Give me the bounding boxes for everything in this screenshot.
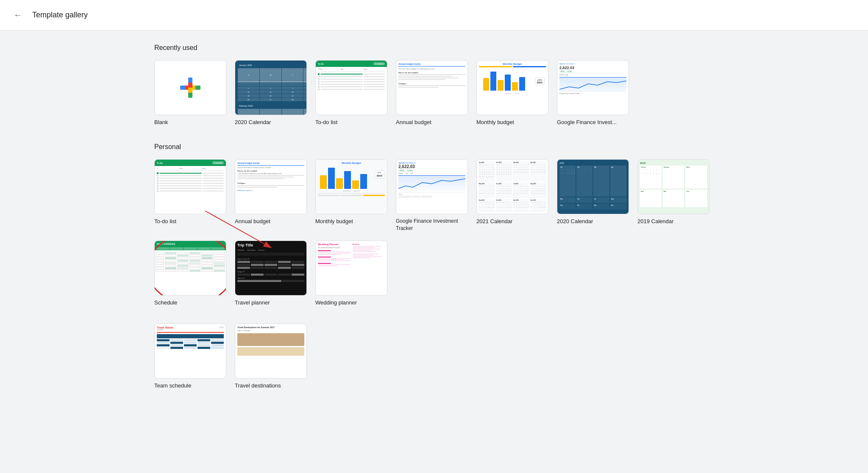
template-monthly-budget-personal[interactable]: Monthly Budget +50%$500 ▬ Expenses (315, 159, 387, 232)
gf-recent-label: Google Finance Invest... (557, 119, 629, 126)
schedule-label: Schedule (154, 299, 226, 307)
annual-budget-recent-label: Annual budget (396, 119, 468, 126)
personal-grid: To Do 1 complete ☑ Task Notes (154, 159, 714, 307)
template-travel-destinations[interactable]: Travel Destinations for Summer 2017 Lisb… (235, 324, 307, 390)
2021-calendar-label: 2021 Calendar (476, 218, 548, 225)
travel-planner-label: Travel planner (235, 299, 307, 307)
annual-budget-personal-label: Annual budget (235, 218, 307, 225)
2020-calendar-recent-label: 2020 Calendar (235, 119, 307, 126)
back-button[interactable]: ← (10, 7, 25, 23)
template-gf-personal[interactable]: Alphabet Inc Class C 2,622.03 +36.50 +1.… (396, 159, 468, 232)
2020-calendar-recent-thumbnail[interactable]: January 2020 SMTWTFS 1234 567891011 1213… (235, 60, 307, 115)
app-header: ← Template gallery (0, 0, 868, 30)
template-2020-calendar-personal[interactable]: 2020 Jan S M T W T F (557, 159, 629, 232)
wedding-planner-label: Wedding planner (315, 299, 387, 307)
template-monthly-budget-recent[interactable]: Monthly Budget + (476, 60, 548, 126)
travel-destinations-thumbnail[interactable]: Travel Destinations for Summer 2017 Lisb… (235, 324, 307, 379)
extra-templates-grid: Team Name Instructions 2016 (154, 324, 714, 390)
wedding-planner-thumbnail[interactable]: Wedding Planner Your wedding details and… (315, 241, 387, 296)
monthly-budget-recent-thumbnail[interactable]: Monthly Budget + (476, 60, 548, 115)
2019-calendar-label: 2019 Calendar (637, 218, 709, 225)
template-todo-recent[interactable]: To Do 1 complete ☑ Done Task Priority (315, 60, 387, 126)
personal-title: Personal (154, 143, 714, 151)
team-schedule-label: Team schedule (154, 382, 226, 390)
blank-thumbnail[interactable] (154, 60, 226, 115)
template-team-schedule[interactable]: Team Name Instructions 2016 (154, 324, 226, 390)
personal-section: Personal To Do 1 complete ☑ Task (154, 143, 714, 307)
template-travel-planner[interactable]: Trip Title Travellers Destination Durati… (235, 241, 307, 307)
template-wedding-planner[interactable]: Wedding Planner Your wedding details and… (315, 241, 387, 307)
recently-used-grid: Blank January 2020 SMTWTFS 1234 56789101… (154, 60, 714, 126)
annual-budget-personal-thumbnail[interactable]: Annual budget tracker The use of this te… (235, 159, 307, 214)
page-title: Template gallery (32, 11, 88, 19)
gf-recent-thumbnail[interactable]: Alphabet Inc Class C 2,622.03 +36.50 +1.… (557, 60, 629, 115)
2021-calendar-thumbnail[interactable]: Jan 2021 SMTWTFS 123 45678910 1112131415… (476, 159, 548, 214)
template-schedule[interactable]: DAILY SCHEDULE (154, 241, 226, 307)
travel-planner-thumbnail[interactable]: Trip Title Travellers Destination Durati… (235, 241, 307, 296)
template-blank[interactable]: Blank (154, 60, 226, 126)
template-2019-calendar[interactable]: 2019 January S M T W T F (637, 159, 709, 232)
schedule-thumbnail[interactable]: DAILY SCHEDULE (154, 241, 226, 296)
template-2021-calendar[interactable]: Jan 2021 SMTWTFS 123 45678910 1112131415… (476, 159, 548, 232)
template-gf-recent[interactable]: Alphabet Inc Class C 2,622.03 +36.50 +1.… (557, 60, 629, 126)
team-schedule-thumbnail[interactable]: Team Name Instructions 2016 (154, 324, 226, 379)
recently-used-title: Recently used (154, 44, 714, 52)
todo-recent-label: To-do list (315, 119, 387, 126)
todo-personal-thumbnail[interactable]: To Do 1 complete ☑ Task Notes (154, 159, 226, 214)
blank-label: Blank (154, 119, 226, 126)
main-content: Recently used Blank Ja (137, 30, 731, 420)
template-annual-budget-recent[interactable]: Annual budget tracker The use of this te… (396, 60, 468, 126)
template-2020-calendar-recent[interactable]: January 2020 SMTWTFS 1234 567891011 1213… (235, 60, 307, 126)
template-todo-personal[interactable]: To Do 1 complete ☑ Task Notes (154, 159, 226, 232)
2019-calendar-thumbnail[interactable]: 2019 January S M T W T F (637, 159, 709, 214)
2020-calendar-personal-label: 2020 Calendar (557, 218, 629, 225)
gf-personal-label: Google Finance Investment Tracker (396, 218, 468, 232)
travel-destinations-label: Travel destinations (235, 382, 307, 390)
gf-personal-thumbnail[interactable]: Alphabet Inc Class C 2,622.03 +36.50 +1.… (396, 159, 468, 214)
monthly-budget-personal-label: Monthly budget (315, 218, 387, 225)
template-annual-budget-personal[interactable]: Annual budget tracker The use of this te… (235, 159, 307, 232)
recently-used-section: Recently used Blank Ja (154, 44, 714, 126)
2020-calendar-personal-thumbnail[interactable]: 2020 Jan S M T W T F (557, 159, 629, 214)
todo-recent-thumbnail[interactable]: To Do 1 complete ☑ Done Task Priority (315, 60, 387, 115)
monthly-budget-personal-thumbnail[interactable]: Monthly Budget +50%$500 ▬ Expenses (315, 159, 387, 214)
annual-budget-recent-thumbnail[interactable]: Annual budget tracker The use of this te… (396, 60, 468, 115)
todo-personal-label: To-do list (154, 218, 226, 225)
monthly-budget-recent-label: Monthly budget (476, 119, 548, 126)
